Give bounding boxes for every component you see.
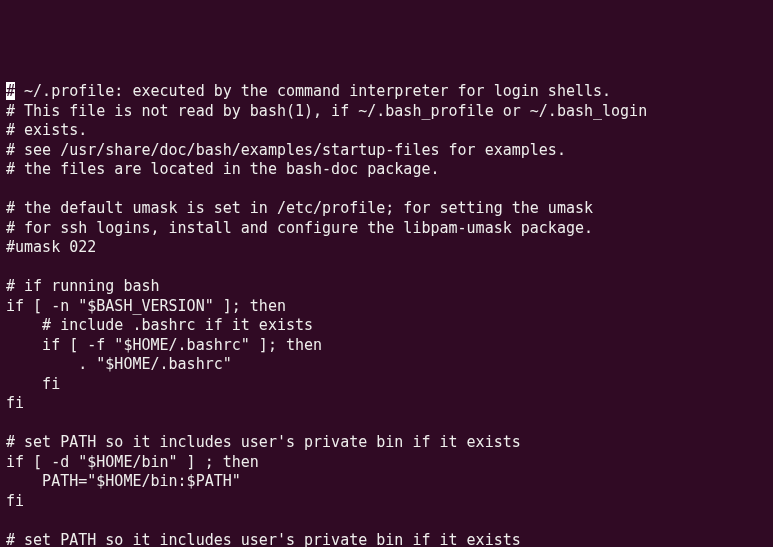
terminal-line: # This file is not read by bash(1), if ~…	[6, 102, 767, 122]
terminal-line: # ~/.profile: executed by the command in…	[6, 82, 767, 102]
terminal-line: # if running bash	[6, 277, 767, 297]
terminal-line: # the files are located in the bash-doc …	[6, 160, 767, 180]
terminal-line: # set PATH so it includes user's private…	[6, 531, 767, 548]
terminal-line: # exists.	[6, 121, 767, 141]
terminal-line	[6, 258, 767, 278]
line-text: ~/.profile: executed by the command inte…	[15, 82, 611, 100]
terminal-line	[6, 414, 767, 434]
terminal-line: # include .bashrc if it exists	[6, 316, 767, 336]
terminal-line: # see /usr/share/doc/bash/examples/start…	[6, 141, 767, 161]
terminal-line: # set PATH so it includes user's private…	[6, 433, 767, 453]
terminal-line: # for ssh logins, install and configure …	[6, 219, 767, 239]
terminal-line	[6, 511, 767, 531]
terminal-line: . "$HOME/.bashrc"	[6, 355, 767, 375]
terminal-line: fi	[6, 492, 767, 512]
terminal-line: fi	[6, 375, 767, 395]
terminal-line	[6, 180, 767, 200]
terminal-line: PATH="$HOME/bin:$PATH"	[6, 472, 767, 492]
terminal-line: if [ -d "$HOME/bin" ] ; then	[6, 453, 767, 473]
terminal-line: # the default umask is set in /etc/profi…	[6, 199, 767, 219]
terminal-line: fi	[6, 394, 767, 414]
terminal-output[interactable]: # ~/.profile: executed by the command in…	[6, 82, 767, 547]
terminal-line: if [ -f "$HOME/.bashrc" ]; then	[6, 336, 767, 356]
cursor: #	[6, 82, 15, 100]
terminal-line: #umask 022	[6, 238, 767, 258]
terminal-line: if [ -n "$BASH_VERSION" ]; then	[6, 297, 767, 317]
